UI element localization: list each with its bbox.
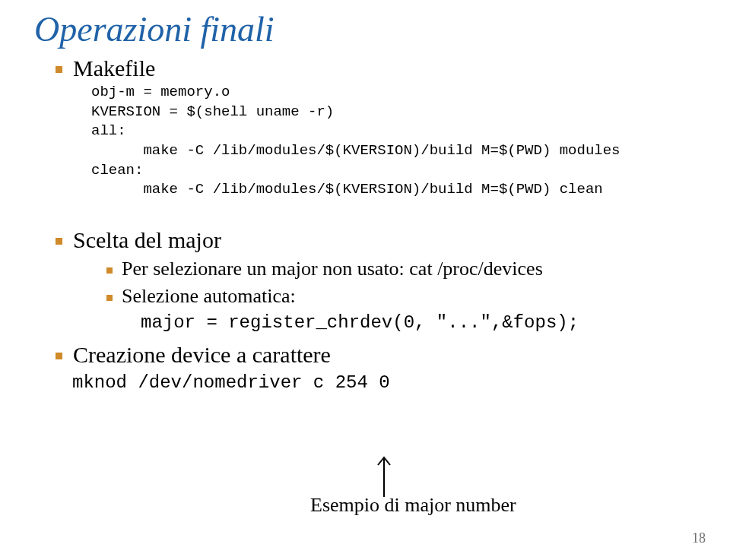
bullet-icon: [56, 66, 62, 73]
page-number: 18: [692, 530, 706, 546]
bullet-makefile: Makefile: [56, 55, 696, 81]
makefile-code: obj-m = memory.o KVERSION = $(shell unam…: [91, 83, 696, 200]
bullet-major-sub1: Per selezionare un major non usato: cat …: [106, 258, 696, 280]
bullet-icon: [106, 295, 113, 301]
arrow-up-icon: [369, 453, 399, 498]
device-code: mknod /dev/nomedriver c 254 0: [72, 372, 696, 393]
bullet-icon: [106, 267, 113, 274]
major-label: Scelta del major: [73, 227, 221, 253]
slide-title: Operazioni finali: [34, 9, 696, 49]
bullet-major: Scelta del major: [56, 227, 696, 253]
example-label: Esempio di major number: [310, 494, 516, 517]
major-code: major = register_chrdev(0, "...",&fops);: [141, 312, 696, 333]
bullet-major-sub2: Selezione automatica:: [106, 285, 696, 308]
makefile-label: Makefile: [73, 55, 155, 81]
device-label: Creazione device a carattere: [73, 342, 331, 368]
bullet-icon: [56, 353, 62, 359]
bullet-device: Creazione device a carattere: [56, 342, 696, 368]
major-sub2: Selezione automatica:: [122, 285, 296, 308]
major-sub1: Per selezionare un major non usato: cat …: [122, 258, 543, 280]
bullet-icon: [56, 238, 62, 245]
